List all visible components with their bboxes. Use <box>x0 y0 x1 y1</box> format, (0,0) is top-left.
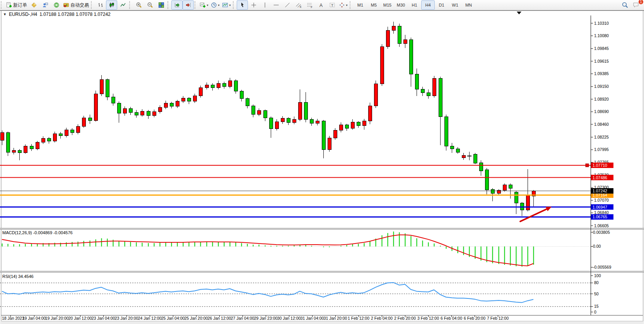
broadcast-icon <box>53 2 60 8</box>
tf-mn-button[interactable]: MN <box>462 0 475 10</box>
candle-body <box>386 30 389 46</box>
toolbar-grip <box>350 1 353 9</box>
candle-body <box>292 119 296 123</box>
candle-body <box>485 170 489 190</box>
fibonacci-button[interactable]: F <box>304 0 315 10</box>
rsi-tick-label: 50 <box>594 291 599 296</box>
hline-icon <box>273 2 279 8</box>
tf-m30-button[interactable]: M30 <box>394 0 408 10</box>
tile-windows-button[interactable] <box>155 0 167 10</box>
time-tick-label: 24 Jan 12:00 <box>138 316 162 321</box>
cursor-button[interactable] <box>237 0 248 10</box>
news-button[interactable] <box>51 0 62 10</box>
candle-body <box>12 151 15 152</box>
svg-text:T: T <box>331 3 333 7</box>
tf-w1-button[interactable]: W1 <box>448 0 462 10</box>
line-chart-button[interactable] <box>117 0 128 10</box>
candle-chart-button[interactable] <box>106 0 117 10</box>
tf-mn-button-label: MN <box>465 3 472 7</box>
arrows-button[interactable]: ▾ <box>338 0 349 10</box>
candle-body <box>65 130 68 136</box>
quotes-button[interactable] <box>28 0 39 10</box>
toolbar-grip <box>195 1 198 9</box>
candle-body <box>240 91 243 99</box>
profiles-button[interactable] <box>39 0 51 10</box>
templates-button[interactable]: ▾ <box>221 0 232 10</box>
svg-text:E: E <box>300 5 302 8</box>
candle-body <box>0 132 4 140</box>
vline-icon <box>262 2 268 8</box>
candle-body <box>59 134 62 136</box>
candle-body <box>251 106 255 115</box>
time-tick-label: 7 Feb 12:00 <box>487 316 509 321</box>
candle-body <box>322 121 325 149</box>
new-chart-button[interactable]: ▾ <box>198 0 210 10</box>
tf-m1-button[interactable]: M1 <box>354 0 367 10</box>
candle-body <box>514 192 518 203</box>
text-button[interactable]: A <box>315 0 326 10</box>
vertical-line-button[interactable] <box>259 0 270 10</box>
auto-scroll-button[interactable] <box>171 0 183 10</box>
candle-body <box>205 85 208 88</box>
horizontal-line-button[interactable] <box>270 0 282 10</box>
toolbar-grip <box>167 1 171 9</box>
search-button[interactable] <box>619 0 630 10</box>
price-tick-label: 1.08225 <box>594 135 609 139</box>
periods-button-dropdown[interactable]: ▾ <box>218 3 219 7</box>
candle-body <box>392 26 395 30</box>
macd-tick-label: 0.00 <box>593 244 601 249</box>
time-tick-label: 19 Jan 04:00 <box>22 316 46 321</box>
tf-h4-button[interactable]: H4 <box>421 0 435 10</box>
time-tick-label: 2 Feb 04:00 <box>371 316 393 321</box>
candle-body <box>439 79 442 117</box>
tf-m15-button[interactable]: M15 <box>381 0 394 10</box>
price-badge-label: 1.06765 <box>593 214 607 219</box>
tf-d1-button[interactable]: D1 <box>435 0 448 10</box>
price-tick-label: 1.08920 <box>594 97 609 101</box>
chat-button[interactable]: 1 <box>630 0 642 10</box>
tf-w1-button-label: W1 <box>452 3 458 7</box>
candle-body <box>164 103 167 107</box>
crosshair-button[interactable] <box>248 0 259 10</box>
time-axis: 18 Jan 202319 Jan 04:0019 Jan 20:0020 Ja… <box>2 315 509 321</box>
zoom-out-button[interactable] <box>144 0 155 10</box>
time-tick-label: 26 Jan 12:00 <box>208 316 231 321</box>
candle-body <box>117 103 121 113</box>
zoom-out-icon <box>147 2 153 8</box>
periods-button[interactable]: ▾ <box>210 0 221 10</box>
toolbar-grip <box>91 1 94 9</box>
chart-canvas[interactable]: 1.103101.100801.098451.096151.093851.091… <box>0 0 644 324</box>
tf-h1-button[interactable]: H1 <box>408 0 421 10</box>
bar-chart-icon <box>97 2 104 8</box>
channel-button[interactable]: E <box>293 0 304 10</box>
tf-m5-button[interactable]: M5 <box>367 0 381 10</box>
autotrade-icon <box>63 2 69 8</box>
toolbar-grip <box>129 1 132 9</box>
candle-body <box>403 39 407 43</box>
candle-body <box>36 142 39 149</box>
arrows-button-dropdown[interactable]: ▾ <box>346 3 347 7</box>
bar-chart-button[interactable] <box>95 0 106 10</box>
new-order-button[interactable]: 新订单 <box>5 0 28 10</box>
svg-text:F: F <box>311 6 312 9</box>
chart-shift-button[interactable] <box>183 0 194 10</box>
zoom-in-button[interactable] <box>133 0 144 10</box>
price-tick-label: 1.09845 <box>594 46 609 51</box>
candle-body <box>53 134 56 141</box>
collapse-icon[interactable]: ▼ <box>3 12 7 16</box>
price-tick-label: 1.09150 <box>594 84 609 89</box>
new-order-icon <box>6 2 12 8</box>
search-icon <box>622 2 629 9</box>
trendline-button[interactable] <box>282 0 293 10</box>
candle-body <box>357 122 360 126</box>
candle-body <box>345 125 348 129</box>
line-handle[interactable] <box>586 164 589 167</box>
candle-body <box>281 118 284 122</box>
rsi-label: RSI(14) 34.4546 <box>2 274 34 279</box>
candle-body <box>380 47 384 84</box>
text-label-button[interactable]: T <box>326 0 338 10</box>
new-chart-button-dropdown[interactable]: ▾ <box>207 3 208 7</box>
price-tick-label: 1.10080 <box>594 33 609 38</box>
autotrade-button[interactable]: 自动交易 <box>62 0 90 10</box>
templates-button-dropdown[interactable]: ▾ <box>229 3 231 7</box>
